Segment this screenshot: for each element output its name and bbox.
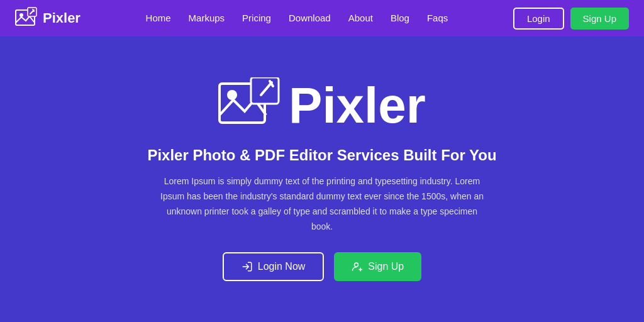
hero-buttons: Login Now Sign Up xyxy=(223,252,422,281)
navbar: Pixler Home Markups Pricing Download Abo… xyxy=(0,0,644,36)
hero-tagline: Pixler Photo & PDF Editor Services Built… xyxy=(147,147,496,164)
signup-hero-label: Sign Up xyxy=(368,261,404,272)
signup-button[interactable]: Sign Up xyxy=(570,8,629,30)
svg-point-4 xyxy=(227,90,237,100)
nav-markups[interactable]: Markups xyxy=(189,13,225,23)
nav-blog[interactable]: Blog xyxy=(391,13,409,23)
logo[interactable]: Pixler xyxy=(15,7,80,30)
nav-actions: Login Sign Up xyxy=(513,8,629,30)
nav-download[interactable]: Download xyxy=(289,13,331,23)
nav-links: Home Markups Pricing Download About Blog… xyxy=(146,13,448,24)
svg-point-6 xyxy=(355,263,358,267)
signup-icon xyxy=(352,261,363,272)
hero-section: Pixler Pixler Photo & PDF Editor Service… xyxy=(0,36,644,322)
hero-description: Lorem Ipsum is simply dummy text of the … xyxy=(158,174,486,234)
nav-home[interactable]: Home xyxy=(146,13,171,23)
nav-about[interactable]: About xyxy=(348,13,373,23)
hero-logo-area: Pixler xyxy=(218,77,426,134)
signup-hero-button[interactable]: Sign Up xyxy=(334,252,421,281)
login-now-button[interactable]: Login Now xyxy=(223,252,325,281)
nav-faqs[interactable]: Faqs xyxy=(427,13,448,23)
logo-text: Pixler xyxy=(43,10,80,26)
login-button[interactable]: Login xyxy=(513,8,564,30)
login-icon xyxy=(242,261,253,272)
logo-icon xyxy=(15,7,38,30)
nav-pricing[interactable]: Pricing xyxy=(242,13,271,23)
hero-logo-icon xyxy=(218,77,281,134)
hero-brand-name: Pixler xyxy=(289,80,426,131)
login-now-label: Login Now xyxy=(258,261,306,272)
